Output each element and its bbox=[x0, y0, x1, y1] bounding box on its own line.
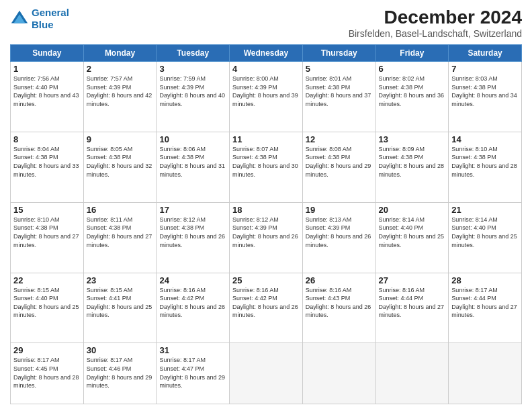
logo-line1: General bbox=[32, 7, 69, 18]
calendar-cell: 9Sunrise: 8:05 AMSunset: 4:38 PMDaylight… bbox=[83, 132, 157, 202]
week-row-3: 15Sunrise: 8:10 AMSunset: 4:38 PMDayligh… bbox=[11, 202, 522, 273]
page: General Blue December 2024 Birsfelden, B… bbox=[0, 0, 532, 411]
day-number: 13 bbox=[379, 134, 446, 144]
day-number: 25 bbox=[232, 275, 300, 285]
col-header-wednesday: Wednesday bbox=[230, 45, 303, 62]
calendar-cell bbox=[449, 343, 522, 404]
day-number: 28 bbox=[451, 275, 519, 285]
cell-info: Sunrise: 8:04 AMSunset: 4:38 PMDaylight:… bbox=[13, 146, 79, 178]
day-number: 6 bbox=[379, 64, 446, 74]
col-header-thursday: Thursday bbox=[302, 45, 375, 62]
day-number: 1 bbox=[13, 64, 81, 74]
calendar-cell: 11Sunrise: 8:07 AMSunset: 4:38 PMDayligh… bbox=[230, 132, 303, 202]
day-number: 17 bbox=[159, 205, 226, 215]
cell-info: Sunrise: 8:14 AMSunset: 4:40 PMDaylight:… bbox=[379, 216, 445, 248]
cell-info: Sunrise: 8:10 AMSunset: 4:38 PMDaylight:… bbox=[451, 146, 517, 178]
week-row-5: 29Sunrise: 8:17 AMSunset: 4:45 PMDayligh… bbox=[11, 343, 522, 404]
day-number: 23 bbox=[87, 275, 154, 285]
cell-info: Sunrise: 8:12 AMSunset: 4:38 PMDaylight:… bbox=[159, 216, 225, 248]
calendar-cell: 31Sunrise: 8:17 AMSunset: 4:47 PMDayligh… bbox=[157, 343, 230, 404]
calendar-cell: 21Sunrise: 8:14 AMSunset: 4:40 PMDayligh… bbox=[449, 202, 522, 273]
day-number: 4 bbox=[232, 64, 300, 74]
calendar-table: SundayMondayTuesdayWednesdayThursdayFrid… bbox=[10, 44, 522, 404]
col-header-monday: Monday bbox=[83, 45, 157, 62]
cell-info: Sunrise: 7:59 AMSunset: 4:39 PMDaylight:… bbox=[159, 75, 225, 107]
calendar-cell: 12Sunrise: 8:08 AMSunset: 4:38 PMDayligh… bbox=[302, 132, 375, 202]
calendar-cell: 15Sunrise: 8:10 AMSunset: 4:38 PMDayligh… bbox=[11, 202, 84, 273]
cell-info: Sunrise: 8:13 AMSunset: 4:39 PMDaylight:… bbox=[306, 216, 371, 248]
cell-info: Sunrise: 7:57 AMSunset: 4:39 PMDaylight:… bbox=[87, 75, 152, 107]
cell-info: Sunrise: 8:14 AMSunset: 4:40 PMDaylight:… bbox=[451, 216, 517, 248]
day-number: 18 bbox=[232, 205, 300, 215]
day-number: 24 bbox=[159, 275, 226, 285]
calendar-cell: 24Sunrise: 8:16 AMSunset: 4:42 PMDayligh… bbox=[157, 273, 230, 343]
day-number: 7 bbox=[451, 64, 519, 74]
calendar-cell: 4Sunrise: 8:00 AMSunset: 4:39 PMDaylight… bbox=[230, 62, 303, 132]
cell-info: Sunrise: 8:02 AMSunset: 4:38 PMDaylight:… bbox=[379, 75, 445, 107]
cell-info: Sunrise: 8:12 AMSunset: 4:39 PMDaylight:… bbox=[232, 216, 298, 248]
calendar-header-row: SundayMondayTuesdayWednesdayThursdayFrid… bbox=[11, 45, 522, 62]
calendar-cell: 10Sunrise: 8:06 AMSunset: 4:38 PMDayligh… bbox=[157, 132, 230, 202]
cell-info: Sunrise: 8:05 AMSunset: 4:38 PMDaylight:… bbox=[87, 146, 152, 178]
cell-info: Sunrise: 8:16 AMSunset: 4:42 PMDaylight:… bbox=[232, 287, 298, 319]
calendar-cell bbox=[302, 343, 375, 404]
day-number: 16 bbox=[87, 205, 154, 215]
cell-info: Sunrise: 8:15 AMSunset: 4:40 PMDaylight:… bbox=[13, 287, 79, 319]
cell-info: Sunrise: 8:17 AMSunset: 4:47 PMDaylight:… bbox=[159, 357, 225, 389]
cell-info: Sunrise: 8:10 AMSunset: 4:38 PMDaylight:… bbox=[13, 216, 79, 248]
cell-info: Sunrise: 8:03 AMSunset: 4:38 PMDaylight:… bbox=[451, 75, 517, 107]
col-header-tuesday: Tuesday bbox=[157, 45, 230, 62]
cell-info: Sunrise: 8:17 AMSunset: 4:45 PMDaylight:… bbox=[13, 357, 79, 389]
day-number: 27 bbox=[379, 275, 446, 285]
week-row-1: 1Sunrise: 7:56 AMSunset: 4:40 PMDaylight… bbox=[11, 62, 522, 132]
subtitle: Birsfelden, Basel-Landschaft, Switzerlan… bbox=[349, 28, 522, 39]
day-number: 30 bbox=[87, 345, 154, 355]
logo-icon bbox=[10, 9, 29, 28]
day-number: 3 bbox=[159, 64, 226, 74]
cell-info: Sunrise: 8:11 AMSunset: 4:38 PMDaylight:… bbox=[87, 216, 152, 248]
calendar-cell: 3Sunrise: 7:59 AMSunset: 4:39 PMDaylight… bbox=[157, 62, 230, 132]
calendar-cell: 26Sunrise: 8:16 AMSunset: 4:43 PMDayligh… bbox=[302, 273, 375, 343]
logo-line2: Blue bbox=[32, 19, 54, 30]
header: General Blue December 2024 Birsfelden, B… bbox=[10, 7, 522, 39]
calendar-cell: 7Sunrise: 8:03 AMSunset: 4:38 PMDaylight… bbox=[449, 62, 522, 132]
week-row-2: 8Sunrise: 8:04 AMSunset: 4:38 PMDaylight… bbox=[11, 132, 522, 202]
calendar-cell: 23Sunrise: 8:15 AMSunset: 4:41 PMDayligh… bbox=[83, 273, 157, 343]
calendar-cell: 27Sunrise: 8:16 AMSunset: 4:44 PMDayligh… bbox=[375, 273, 449, 343]
day-number: 9 bbox=[87, 134, 154, 144]
col-header-saturday: Saturday bbox=[449, 45, 522, 62]
calendar-cell: 20Sunrise: 8:14 AMSunset: 4:40 PMDayligh… bbox=[375, 202, 449, 273]
title-block: December 2024 Birsfelden, Basel-Landscha… bbox=[349, 7, 522, 39]
calendar-cell: 19Sunrise: 8:13 AMSunset: 4:39 PMDayligh… bbox=[302, 202, 375, 273]
cell-info: Sunrise: 8:01 AMSunset: 4:38 PMDaylight:… bbox=[306, 75, 371, 107]
calendar-body: 1Sunrise: 7:56 AMSunset: 4:40 PMDaylight… bbox=[11, 62, 522, 404]
cell-info: Sunrise: 8:15 AMSunset: 4:41 PMDaylight:… bbox=[87, 287, 152, 319]
cell-info: Sunrise: 8:07 AMSunset: 4:38 PMDaylight:… bbox=[232, 146, 298, 178]
cell-info: Sunrise: 8:09 AMSunset: 4:38 PMDaylight:… bbox=[379, 146, 445, 178]
day-number: 10 bbox=[159, 134, 226, 144]
calendar-cell: 13Sunrise: 8:09 AMSunset: 4:38 PMDayligh… bbox=[375, 132, 449, 202]
logo: General Blue bbox=[10, 7, 69, 31]
cell-info: Sunrise: 7:56 AMSunset: 4:40 PMDaylight:… bbox=[13, 75, 79, 107]
calendar-cell: 25Sunrise: 8:16 AMSunset: 4:42 PMDayligh… bbox=[230, 273, 303, 343]
cell-info: Sunrise: 8:16 AMSunset: 4:42 PMDaylight:… bbox=[159, 287, 225, 319]
day-number: 5 bbox=[306, 64, 373, 74]
col-header-sunday: Sunday bbox=[11, 45, 84, 62]
calendar-cell: 30Sunrise: 8:17 AMSunset: 4:46 PMDayligh… bbox=[83, 343, 157, 404]
calendar-cell: 14Sunrise: 8:10 AMSunset: 4:38 PMDayligh… bbox=[449, 132, 522, 202]
day-number: 26 bbox=[306, 275, 373, 285]
calendar-cell: 6Sunrise: 8:02 AMSunset: 4:38 PMDaylight… bbox=[375, 62, 449, 132]
main-title: December 2024 bbox=[349, 7, 522, 28]
calendar-cell bbox=[230, 343, 303, 404]
cell-info: Sunrise: 8:16 AMSunset: 4:43 PMDaylight:… bbox=[306, 287, 371, 319]
calendar-cell: 28Sunrise: 8:17 AMSunset: 4:44 PMDayligh… bbox=[449, 273, 522, 343]
calendar-cell: 1Sunrise: 7:56 AMSunset: 4:40 PMDaylight… bbox=[11, 62, 84, 132]
day-number: 21 bbox=[451, 205, 519, 215]
calendar-cell: 22Sunrise: 8:15 AMSunset: 4:40 PMDayligh… bbox=[11, 273, 84, 343]
day-number: 20 bbox=[379, 205, 446, 215]
week-row-4: 22Sunrise: 8:15 AMSunset: 4:40 PMDayligh… bbox=[11, 273, 522, 343]
day-number: 8 bbox=[13, 134, 81, 144]
col-header-friday: Friday bbox=[375, 45, 449, 62]
day-number: 19 bbox=[306, 205, 373, 215]
day-number: 2 bbox=[87, 64, 154, 74]
